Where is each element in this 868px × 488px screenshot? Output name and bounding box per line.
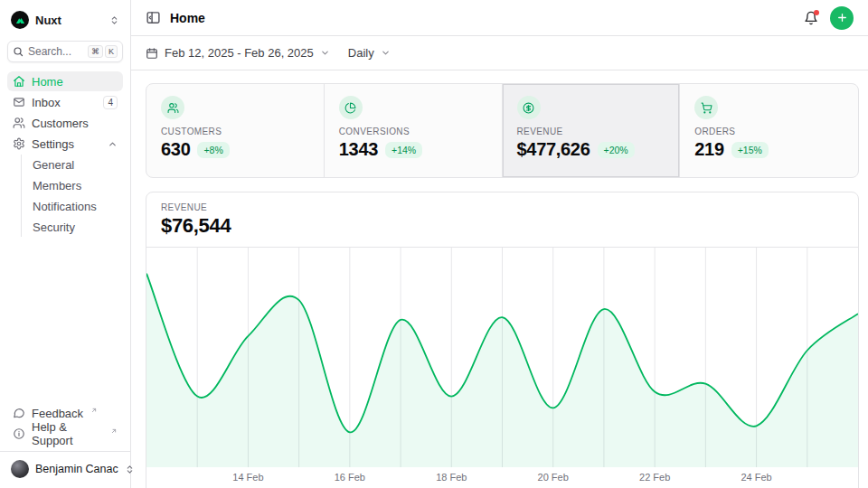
chart-title: REVENUE — [161, 202, 844, 212]
stat-card-customers[interactable]: CUSTOMERS 630 +8% — [146, 84, 325, 177]
footer-item-label: Help & Support — [32, 420, 103, 447]
main-area: Home Feb 12, 2025 - Feb 26, 2025 — [131, 0, 868, 488]
period-select[interactable]: Daily — [348, 46, 391, 60]
user-name: Benjamin Canac — [35, 463, 118, 475]
stat-card-conversions[interactable]: CONVERSIONS 1343 +14% — [325, 84, 503, 177]
users-icon — [161, 96, 184, 119]
sidebar-item-label: Inbox — [32, 96, 61, 109]
stat-value: 219 — [694, 139, 723, 160]
kbd-k: K — [105, 45, 118, 58]
inbox-count-badge: 4 — [103, 96, 118, 109]
user-menu[interactable]: Benjamin Canac — [7, 457, 123, 481]
sidebar-nav: Home Inbox 4 Customers Settings — [7, 71, 123, 237]
pie-chart-icon — [339, 96, 363, 119]
cart-icon — [694, 96, 718, 119]
x-tick-label: 18 Feb — [436, 472, 467, 483]
avatar — [11, 460, 29, 478]
content: CUSTOMERS 630 +8% CONVERSIONS 1343 +14% — [131, 70, 868, 488]
chevrons-up-down-icon — [109, 15, 119, 25]
notification-dot — [814, 10, 819, 15]
x-tick-label: 24 Feb — [741, 472, 771, 483]
plus-icon — [836, 12, 848, 23]
revenue-area-chart[interactable] — [146, 248, 858, 467]
nuxt-logo-icon — [11, 11, 29, 29]
dashboard-app: Nuxt Search... ⌘ K Home — [0, 0, 868, 488]
stat-delta-badge: +15% — [731, 142, 769, 158]
search-shortcut: ⌘ K — [88, 45, 118, 58]
date-range-label: Feb 12, 2025 - Feb 26, 2025 — [165, 46, 314, 60]
kbd-cmd: ⌘ — [88, 45, 103, 58]
gear-icon — [13, 137, 25, 150]
chart-total-value: $76,544 — [161, 214, 844, 238]
add-button[interactable] — [830, 6, 854, 30]
stat-label: ORDERS — [694, 127, 844, 136]
stat-value: 630 — [161, 139, 190, 160]
chevron-down-icon — [320, 48, 330, 58]
stat-card-revenue[interactable]: REVENUE $477,626 +20% — [503, 84, 681, 177]
x-tick-label: 16 Feb — [335, 472, 365, 483]
search-icon — [13, 46, 24, 57]
stat-delta-badge: +14% — [385, 142, 422, 158]
home-icon — [13, 75, 25, 88]
user-section: Benjamin Canac — [0, 451, 130, 481]
stat-card-orders[interactable]: ORDERS 219 +15% — [680, 84, 858, 177]
panel-collapse-icon[interactable] — [146, 10, 161, 25]
chat-bubble-icon — [13, 407, 25, 419]
chevron-up-icon — [108, 139, 118, 149]
period-label: Daily — [348, 46, 374, 60]
stats-grid: CUSTOMERS 630 +8% CONVERSIONS 1343 +14% — [146, 83, 859, 178]
users-icon — [13, 117, 25, 129]
sidebar-item-settings[interactable]: Settings — [7, 134, 123, 154]
sidebar-item-security[interactable]: Security — [22, 217, 123, 237]
info-circle-icon — [13, 427, 25, 440]
external-link-icon — [90, 407, 98, 414]
stat-label: CUSTOMERS — [161, 127, 309, 136]
sidebar-item-customers[interactable]: Customers — [7, 113, 123, 133]
sidebar-item-home[interactable]: Home — [7, 71, 123, 91]
sidebar-item-notifications[interactable]: Notifications — [22, 196, 123, 216]
search-placeholder: Search... — [28, 45, 71, 58]
x-tick-label: 20 Feb — [538, 472, 569, 483]
sidebar-footer: Feedback Help & Support Benjamin Canac — [7, 403, 123, 481]
stat-label: CONVERSIONS — [339, 127, 487, 136]
notifications-button[interactable] — [804, 11, 818, 25]
x-tick-label: 22 Feb — [639, 472, 670, 483]
top-bar: Home — [131, 0, 868, 36]
date-range-picker[interactable]: Feb 12, 2025 - Feb 26, 2025 — [146, 46, 330, 60]
settings-subnav: General Members Notifications Security — [21, 155, 123, 237]
sidebar-item-label: Settings — [32, 137, 74, 151]
external-link-icon — [110, 427, 118, 435]
filter-toolbar: Feb 12, 2025 - Feb 26, 2025 Daily — [131, 36, 868, 70]
sidebar: Nuxt Search... ⌘ K Home — [0, 0, 131, 488]
workspace-switcher[interactable]: Nuxt — [7, 7, 123, 33]
sidebar-item-label: Home — [32, 75, 63, 89]
revenue-chart-card: REVENUE $76,544 14 Feb16 Feb18 Feb20 Feb… — [146, 192, 859, 488]
dollar-circle-icon — [517, 96, 541, 119]
stat-value: $477,626 — [517, 139, 590, 160]
page-title: Home — [170, 11, 205, 25]
sidebar-item-label: Customers — [32, 117, 89, 130]
footer-item-label: Feedback — [32, 407, 83, 420]
x-tick-label: 14 Feb — [232, 472, 263, 483]
chart-header: REVENUE $76,544 — [146, 192, 858, 248]
inbox-icon — [13, 96, 25, 108]
workspace-name: Nuxt — [35, 14, 61, 27]
stat-value: 1343 — [339, 139, 378, 160]
stat-delta-badge: +20% — [598, 142, 635, 158]
sidebar-item-members[interactable]: Members — [22, 175, 123, 195]
stat-delta-badge: +8% — [197, 142, 229, 158]
sidebar-item-inbox[interactable]: Inbox 4 — [7, 92, 123, 112]
help-support-link[interactable]: Help & Support — [7, 424, 123, 444]
chevron-down-icon — [381, 48, 391, 58]
topbar-actions — [804, 6, 854, 30]
stat-label: REVENUE — [517, 127, 665, 136]
search-input[interactable]: Search... ⌘ K — [7, 41, 123, 62]
calendar-icon — [146, 47, 158, 60]
sidebar-item-general[interactable]: General — [22, 155, 123, 174]
chart-x-axis: 14 Feb16 Feb18 Feb20 Feb22 Feb24 Feb — [146, 467, 858, 486]
